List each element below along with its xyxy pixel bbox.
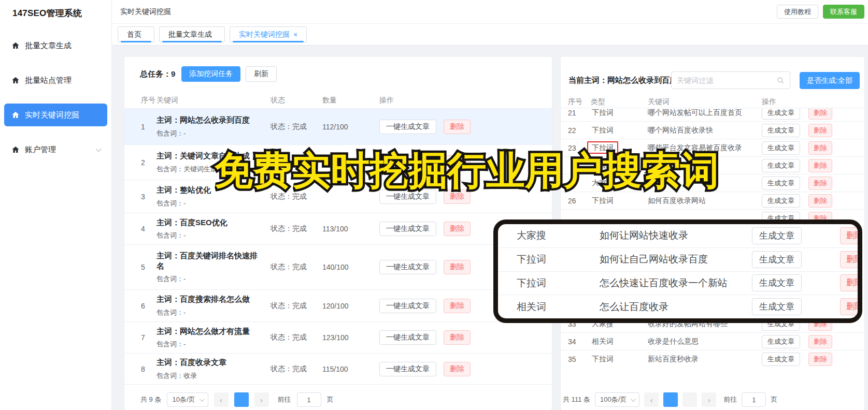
delete-button[interactable]: 删除 (808, 335, 832, 348)
page-number-button[interactable] (682, 392, 697, 407)
task-row[interactable]: 1 主词：网站怎么收录到百度 包含词：- 状态：完成 112/100 一键生成文… (124, 109, 552, 145)
delete-button[interactable]: 删除 (840, 274, 862, 291)
tab[interactable]: 实时关键词挖掘 × (230, 26, 307, 42)
prev-page-button[interactable]: ‹ (214, 392, 229, 407)
delete-button[interactable]: 删除 (444, 260, 471, 274)
delete-button[interactable]: 删除 (840, 251, 862, 268)
delete-button[interactable]: 删除 (444, 299, 471, 313)
keyword-row[interactable]: 下拉词 生成文章 删除 (561, 157, 864, 174)
magnified-keyword-row: 大家搜 如何让网站快速收录 生成文章 删除 (498, 224, 858, 248)
delete-button[interactable]: 删除 (808, 177, 832, 190)
tab-close-icon[interactable]: × (293, 31, 297, 38)
generate-article-button[interactable]: 生成文章 (762, 108, 800, 120)
task-table-header: 序号 关键词 状态 数量 操作 (124, 92, 552, 109)
task-row[interactable]: 6 主词：百度搜索排名怎么做 包含词：- 状态：完成 120/100 一键生成文… (124, 290, 552, 322)
delete-button[interactable]: 删除 (808, 194, 832, 208)
task-keyword-cell: 主词：网站怎么收录到百度 包含词：- (156, 115, 271, 138)
keyword-actions: 生成文章 删除 (762, 353, 864, 366)
task-row[interactable]: 2 主词：关键词文章自动生成 包含词：关键词生成 状态：完成 100/100 一… (124, 145, 552, 180)
delete-button[interactable]: 删除 (840, 227, 862, 244)
delete-button[interactable]: 删除 (444, 330, 471, 345)
keyword-type: 大家搜 (517, 229, 600, 242)
generate-article-button[interactable]: 生成文章 (762, 159, 800, 172)
prev-page-button[interactable]: ‹ (644, 392, 659, 407)
keyword-actions: 生成文章 删除 (762, 108, 864, 120)
task-row[interactable]: 3 主词：整站优化 包含词：- 状态：完成 一键生成文章 删除 (124, 180, 552, 213)
generate-article-button[interactable]: 生成文章 (762, 335, 800, 348)
generate-article-button[interactable]: 生成文章 (762, 124, 800, 137)
keyword-filter-input[interactable] (677, 76, 777, 84)
page-size-select[interactable]: 10条/页 (167, 392, 208, 407)
generate-articles-button[interactable]: 一键生成文章 (379, 120, 436, 134)
keyword-row[interactable]: 21 下拉词 哪个网站发帖可以上百度首页 生成文章 删除 (561, 108, 864, 122)
generate-article-button[interactable]: 生成文章 (762, 141, 800, 155)
delete-button[interactable]: 删除 (840, 298, 862, 315)
generate-article-button[interactable]: 生成文章 (752, 298, 802, 315)
tutorial-button[interactable]: 使用教程 (777, 5, 818, 19)
delete-button[interactable]: 删除 (808, 159, 832, 172)
generate-article-button[interactable]: 生成文章 (762, 353, 800, 366)
generate-articles-button[interactable]: 一键生成文章 (379, 330, 436, 345)
sidebar-item[interactable]: 批量站点管理 (4, 69, 107, 92)
generate-filter-button[interactable]: 是否生成:全部 (800, 72, 860, 89)
tab[interactable]: 首页 (118, 26, 154, 42)
delete-button[interactable]: 删除 (808, 108, 832, 120)
next-page-button[interactable]: › (254, 392, 269, 407)
contact-support-button[interactable]: 联系客服 (823, 5, 864, 19)
generate-articles-button[interactable]: 一键生成文章 (379, 299, 436, 313)
generate-articles-button[interactable]: 一键生成文章 (379, 155, 436, 170)
chevron-down-icon (96, 146, 102, 152)
delete-button[interactable]: 删除 (808, 353, 832, 366)
page-number-button[interactable] (663, 392, 678, 407)
sidebar-item[interactable]: 实时关键词挖掘 (4, 104, 107, 126)
task-row[interactable]: 5 主词：百度关键词排名快速排名 包含词：- 状态：完成 140/100 一键生… (124, 245, 552, 290)
keyword-row[interactable]: 23 下拉词 哪些平台发文容易被百度收录 生成文章 删除 (561, 139, 864, 157)
delete-button[interactable]: 删除 (444, 222, 471, 236)
sidebar-item[interactable]: 批量文章生成 (4, 34, 107, 57)
delete-button[interactable]: 删除 (444, 189, 471, 204)
refresh-button[interactable]: 刷新 (246, 66, 277, 82)
page-unit-label: 页 (771, 395, 777, 404)
sidebar-item[interactable]: 账户管理 (4, 138, 107, 161)
task-main-keyword: 主词：百度关键词排名快速排名 (156, 251, 271, 272)
keyword-row[interactable]: 26 下拉词 如何百度收录网站 生成文章 删除 (561, 192, 864, 210)
page-size-select[interactable]: 100条/页 (595, 392, 639, 407)
generate-article-button[interactable]: 生成文章 (762, 177, 800, 190)
page-number-button[interactable] (234, 392, 249, 407)
task-keyword-cell: 主词：百度SEO优化 包含词：- (156, 217, 271, 240)
keyword-row[interactable]: 34 相关词 收录是什么意思 生成文章 删除 (561, 333, 864, 350)
keyword-row[interactable]: 22 下拉词 哪个网站百度收录快 生成文章 删除 (561, 122, 864, 139)
generate-article-button[interactable]: 生成文章 (752, 274, 802, 291)
generate-articles-button[interactable]: 一键生成文章 (379, 260, 436, 274)
generate-articles-button[interactable]: 一键生成文章 (379, 222, 436, 236)
keyword-row[interactable]: 35 下拉词 新站百度秒收录 生成文章 删除 (561, 350, 864, 368)
generate-articles-button[interactable]: 一键生成文章 (379, 189, 436, 204)
delete-button[interactable]: 删除 (808, 141, 832, 155)
keyword-row[interactable]: 大家搜 生成文章 删除 (561, 174, 864, 192)
delete-button[interactable]: 删除 (444, 155, 471, 170)
task-include-words: 包含词：- (156, 129, 271, 138)
generate-articles-button[interactable]: 一键生成文章 (379, 362, 436, 376)
generate-article-button[interactable]: 生成文章 (762, 194, 800, 208)
delete-button[interactable]: 删除 (444, 120, 471, 134)
task-row[interactable]: 4 主词：百度SEO优化 包含词：- 状态：完成 113/100 一键生成文章 … (124, 213, 552, 245)
task-pagination: 共 9 条 10条/页 ‹ › 前往 页 (124, 392, 552, 407)
delete-button[interactable]: 删除 (808, 124, 832, 137)
goto-page-input[interactable] (742, 392, 766, 407)
generate-article-button[interactable]: 生成文章 (752, 251, 802, 268)
task-row[interactable]: 7 主词：网站怎么做才有流量 包含词：- 状态：完成 123/100 一键生成文… (124, 322, 552, 354)
next-page-button[interactable]: › (702, 392, 716, 407)
add-task-button[interactable]: 添加挖词任务 (181, 66, 240, 82)
task-actions: 一键生成文章 删除 (379, 189, 552, 204)
home-icon (11, 76, 20, 84)
task-row[interactable]: 8 主词：百度收录文章 包含词：收录 状态：完成 115/100 一键生成文章 … (124, 354, 552, 385)
keyword-text: 怎么快速让百度收录一个新站 (600, 276, 728, 290)
goto-label: 前往 (723, 395, 737, 404)
delete-button[interactable]: 删除 (444, 362, 471, 376)
tab[interactable]: 批量文章生成 (159, 26, 225, 42)
generate-article-button[interactable]: 生成文章 (752, 227, 802, 244)
keyword-type: 下拉词 (591, 355, 648, 364)
total-count: 共 111 条 (563, 395, 590, 404)
goto-page-input[interactable] (297, 392, 321, 407)
keyword-type: 下拉词 (591, 143, 648, 153)
